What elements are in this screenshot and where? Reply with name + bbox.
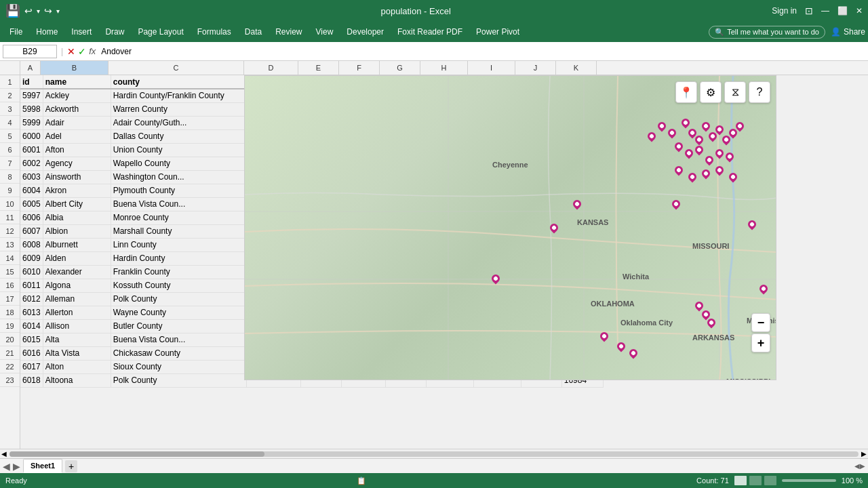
formula-cancel-icon[interactable]: ✕ <box>67 46 75 57</box>
cell-17-1[interactable]: Alleman <box>43 292 111 306</box>
close-button[interactable]: ✕ <box>856 6 863 16</box>
cell-1-1[interactable]: name <box>43 75 111 89</box>
sheet-tab-sheet1[interactable]: Sheet1 <box>23 459 62 473</box>
cell-10-0[interactable]: 6005 <box>20 197 43 211</box>
undo-icon[interactable]: ↩ <box>24 5 33 16</box>
menu-foxit[interactable]: Foxit Reader PDF <box>391 24 469 39</box>
col-header-I[interactable]: I <box>468 61 515 75</box>
cell-7-2[interactable]: Wapello County <box>111 157 246 170</box>
tell-me-input[interactable]: 🔍 Tell me what you want to do <box>709 26 825 39</box>
share-button[interactable]: 👤 Share <box>831 27 865 37</box>
menu-developer[interactable]: Developer <box>340 24 391 39</box>
maximize-button[interactable]: ⬜ <box>837 6 848 16</box>
cell-9-2[interactable]: Plymouth County <box>111 184 246 197</box>
map-pin[interactable] <box>704 155 715 166</box>
quick-access-icon[interactable]: ▾ <box>56 7 60 15</box>
col-header-K[interactable]: K <box>556 61 597 75</box>
map-pin[interactable] <box>572 199 583 210</box>
cell-10-1[interactable]: Albert City <box>43 197 111 211</box>
cell-18-2[interactable]: Wayne County <box>111 306 246 319</box>
redo-icon[interactable]: ↪ <box>44 5 52 16</box>
ribbon-toggle-icon[interactable]: ⊡ <box>805 5 813 16</box>
cell-21-1[interactable]: Alta Vista <box>43 346 111 360</box>
cell-2-1[interactable]: Ackley <box>43 89 111 102</box>
map-pin[interactable] <box>628 348 639 359</box>
cell-21-2[interactable]: Chickasaw County <box>111 346 246 360</box>
map-pin[interactable] <box>694 300 705 312</box>
menu-power-pivot[interactable]: Power Pivot <box>469 24 526 39</box>
cell-5-0[interactable]: 6000 <box>20 129 43 143</box>
cell-6-0[interactable]: 6001 <box>20 143 43 157</box>
cell-11-2[interactable]: Monroe County <box>111 211 246 224</box>
cell-5-1[interactable]: Adel <box>43 129 111 143</box>
menu-page-layout[interactable]: Page Layout <box>131 24 190 39</box>
cell-14-1[interactable]: Alden <box>43 251 111 265</box>
minimize-button[interactable]: — <box>821 6 829 16</box>
col-header-H[interactable]: H <box>420 61 468 75</box>
cell-20-2[interactable]: Buena Vista Coun... <box>111 333 246 346</box>
map-pin[interactable] <box>673 165 685 176</box>
cell-6-1[interactable]: Afton <box>43 143 111 157</box>
cell-2-2[interactable]: Hardin County/Franklin County <box>111 89 246 102</box>
cell-15-1[interactable]: Alexander <box>43 265 111 279</box>
formula-input[interactable] <box>98 47 865 56</box>
map-pin[interactable] <box>724 151 736 163</box>
menu-formulas[interactable]: Formulas <box>191 24 238 39</box>
scroll-right-btn[interactable]: ▶ <box>861 450 867 458</box>
scroll-sheets-right[interactable]: ▶ <box>13 461 20 472</box>
cell-22-1[interactable]: Alton <box>43 360 111 373</box>
menu-file[interactable]: File <box>3 24 29 39</box>
col-header-F[interactable]: F <box>339 61 380 75</box>
sign-in-button[interactable]: Sign in <box>772 6 797 16</box>
cell-23-0[interactable]: 6018 <box>20 373 43 387</box>
page-break-view-btn[interactable] <box>764 476 776 485</box>
cell-12-2[interactable]: Marshall County <box>111 224 246 238</box>
map-pin[interactable] <box>673 141 685 152</box>
cell-8-2[interactable]: Washington Coun... <box>111 170 246 184</box>
col-header-B[interactable]: B <box>41 61 108 75</box>
horizontal-scrollbar[interactable]: ◀ ▶ <box>0 449 868 458</box>
cell-13-2[interactable]: Linn County <box>111 238 246 251</box>
map-pin[interactable] <box>714 148 726 159</box>
map-filter-btn[interactable]: ⧖ <box>724 81 746 103</box>
menu-review[interactable]: Review <box>269 24 309 39</box>
cell-10-2[interactable]: Buena Vista Coun... <box>111 197 246 211</box>
cell-12-1[interactable]: Albion <box>43 224 111 238</box>
cell-3-1[interactable]: Ackworth <box>43 102 111 116</box>
map-pin[interactable] <box>599 331 610 342</box>
cell-13-0[interactable]: 6008 <box>20 238 43 251</box>
cell-15-2[interactable]: Franklin County <box>111 265 246 279</box>
menu-draw[interactable]: Draw <box>98 24 131 39</box>
map-help-btn[interactable]: ? <box>749 81 770 103</box>
map-pin[interactable] <box>758 283 770 295</box>
cell-22-0[interactable]: 6017 <box>20 360 43 373</box>
cell-23-2[interactable]: Polk County <box>111 373 246 387</box>
cell-7-1[interactable]: Agency <box>43 157 111 170</box>
menu-home[interactable]: Home <box>29 24 64 39</box>
formula-confirm-icon[interactable]: ✓ <box>78 46 86 57</box>
map-location-btn[interactable]: 📍 <box>675 81 697 103</box>
map-pin[interactable] <box>701 168 712 180</box>
map-pin[interactable] <box>728 171 739 183</box>
cell-16-1[interactable]: Algona <box>43 279 111 292</box>
cell-5-2[interactable]: Dallas County <box>111 129 246 143</box>
map-pin[interactable] <box>667 127 678 139</box>
normal-view-btn[interactable] <box>734 476 747 485</box>
cell-17-2[interactable]: Polk County <box>111 292 246 306</box>
map-settings-btn[interactable]: ⚙ <box>700 81 722 103</box>
cell-4-2[interactable]: Adair County/Guth... <box>111 116 246 129</box>
scrollbar-thumb[interactable] <box>9 451 264 457</box>
zoom-out-btn[interactable]: − <box>751 313 770 332</box>
col-header-A[interactable]: A <box>20 61 41 75</box>
cell-22-2[interactable]: Sioux County <box>111 360 246 373</box>
cell-14-2[interactable]: Hardin County <box>111 251 246 265</box>
cell-18-0[interactable]: 6013 <box>20 306 43 319</box>
zoom-in-btn[interactable]: + <box>751 333 770 352</box>
cell-12-0[interactable]: 6007 <box>20 224 43 238</box>
cell-reference[interactable] <box>3 45 57 58</box>
map-pin[interactable] <box>549 222 560 234</box>
cell-4-0[interactable]: 5999 <box>20 116 43 129</box>
map-pin[interactable] <box>701 121 712 132</box>
cell-19-1[interactable]: Allison <box>43 319 111 333</box>
scroll-left-btn[interactable]: ◀ <box>1 450 7 458</box>
